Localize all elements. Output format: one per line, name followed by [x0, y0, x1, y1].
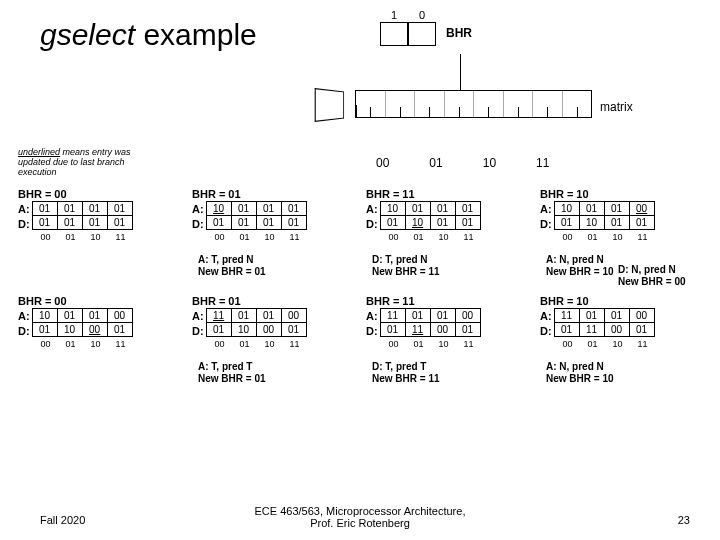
col-labels: 00011011: [555, 232, 702, 242]
footer-left: Fall 2020: [40, 514, 85, 526]
row-labels: A:D:: [192, 309, 204, 339]
cell-A-3: 00: [629, 201, 655, 216]
cell-D-0: 01: [380, 322, 406, 337]
cell-D-0: 01: [32, 215, 58, 230]
cell-A-2: 01: [430, 201, 456, 216]
counter-table: 1001010101100101: [381, 202, 481, 230]
cell-A-0: 10: [32, 308, 58, 323]
cell-A-2: 01: [256, 201, 282, 216]
panels-grid: BHR = 00A:D:010101010101010100011011BHR …: [18, 188, 702, 384]
bhr-label: BHR: [446, 26, 472, 40]
cell-A-0: 10: [380, 201, 406, 216]
panel-header: BHR = 11: [366, 188, 528, 200]
cell-A-3: 00: [107, 308, 133, 323]
panel-caption: A: T, pred NNew BHR = 01: [198, 254, 354, 277]
cell-D-2: 01: [604, 215, 630, 230]
idx-00: 00: [376, 156, 389, 170]
matrix-label: matrix: [600, 100, 633, 114]
cell-A-3: 00: [455, 308, 481, 323]
panel-header: BHR = 01: [192, 188, 354, 200]
cell-A-1: 01: [57, 308, 83, 323]
cell-D-0: 01: [380, 215, 406, 230]
cell-D-0: 01: [32, 322, 58, 337]
page-title: gselect example: [40, 18, 257, 52]
cell-A-1: 01: [405, 201, 431, 216]
table-wrap: A:D:1001010001100101: [540, 202, 702, 232]
row-labels: A:D:: [540, 309, 552, 339]
col-labels: 00011011: [207, 339, 354, 349]
cell-D-0: 01: [554, 322, 580, 337]
cell-A-2: 01: [430, 308, 456, 323]
cell-D-2: 00: [82, 322, 108, 337]
note-underlined: underlined: [18, 147, 60, 157]
cell-A-3: 01: [107, 201, 133, 216]
title-italic: gselect: [40, 18, 135, 51]
cell-D-2: 01: [82, 215, 108, 230]
cell-D-2: 01: [256, 215, 282, 230]
cell-A-2: 01: [604, 201, 630, 216]
panel-caption: A: T, pred TNew BHR = 01: [198, 361, 354, 384]
panel-0: BHR = 00A:D:010101010101010100011011: [18, 188, 180, 277]
cell-A-1: 01: [579, 308, 605, 323]
panel-caption: D: T, pred TNew BHR = 11: [372, 361, 528, 384]
panel-6: BHR = 11A:D:110101000111000100011011D: T…: [366, 295, 528, 384]
cell-A-1: 01: [231, 201, 257, 216]
col-labels: 00011011: [33, 232, 180, 242]
connector-line: [460, 54, 461, 90]
table-wrap: A:D:1101010001100001: [192, 309, 354, 339]
idx-11: 11: [536, 156, 549, 170]
table-wrap: A:D:1101010001110001: [540, 309, 702, 339]
panel-7: BHR = 10A:D:110101000111000100011011A: N…: [540, 295, 702, 384]
cell-D-0: 01: [554, 215, 580, 230]
cell-D-0: 01: [206, 215, 232, 230]
title-rest: example: [135, 18, 257, 51]
col-labels: 00011011: [381, 232, 528, 242]
cell-A-2: 01: [256, 308, 282, 323]
cell-A-2: 01: [82, 201, 108, 216]
table-wrap: A:D:0101010101010101: [18, 202, 180, 232]
panel-5: BHR = 01A:D:110101000110000100011011A: T…: [192, 295, 354, 384]
row-labels: A:D:: [540, 202, 552, 232]
matrix-indices: 00 01 10 11: [376, 156, 549, 170]
col-labels: 00011011: [207, 232, 354, 242]
panel-header: BHR = 00: [18, 295, 180, 307]
cell-D-3: 01: [281, 215, 307, 230]
cell-D-3: 01: [107, 215, 133, 230]
table-wrap: A:D:1101010001110001: [366, 309, 528, 339]
cell-D-1: 10: [579, 215, 605, 230]
panel-header: BHR = 01: [192, 295, 354, 307]
cell-A-1: 01: [57, 201, 83, 216]
cell-D-1: 11: [405, 322, 431, 337]
counter-table: 1101010001100001: [207, 309, 307, 337]
table-wrap: A:D:1001010001100001: [18, 309, 180, 339]
panel-caption: D: T, pred NNew BHR = 11: [372, 254, 528, 277]
cell-A-1: 01: [405, 308, 431, 323]
cell-D-2: 01: [430, 215, 456, 230]
col-labels: 00011011: [33, 339, 180, 349]
row-labels: A:D:: [366, 202, 378, 232]
cell-A-0: 01: [32, 201, 58, 216]
decoder-row: [315, 90, 592, 120]
panel-1: BHR = 01A:D:100101010101010100011011A: T…: [192, 188, 354, 277]
cell-A-3: 01: [455, 201, 481, 216]
footer-center: ECE 463/563, Microprocessor Architecture…: [255, 505, 466, 530]
counter-table: 1101010001110001: [381, 309, 481, 337]
idx-10: 10: [483, 156, 496, 170]
panel-header: BHR = 10: [540, 188, 702, 200]
legend-note: underlined means entry was updated due t…: [18, 148, 158, 178]
cell-D-3: 01: [629, 215, 655, 230]
panel-4: BHR = 00A:D:100101000110000100011011: [18, 295, 180, 384]
cell-D-2: 00: [256, 322, 282, 337]
cell-A-0: 11: [554, 308, 580, 323]
cell-D-1: 11: [579, 322, 605, 337]
cell-D-3: 01: [455, 215, 481, 230]
counter-table: 0101010101010101: [33, 202, 133, 230]
cell-D-3: 01: [281, 322, 307, 337]
cell-D-3: 01: [455, 322, 481, 337]
cell-D-1: 01: [231, 215, 257, 230]
counter-table: 1001010101010101: [207, 202, 307, 230]
bhr-register: 1 0 BHR: [380, 22, 472, 46]
bhr-bit-0: 1: [380, 22, 408, 46]
col-labels: 00011011: [381, 339, 528, 349]
cell-D-2: 00: [430, 322, 456, 337]
